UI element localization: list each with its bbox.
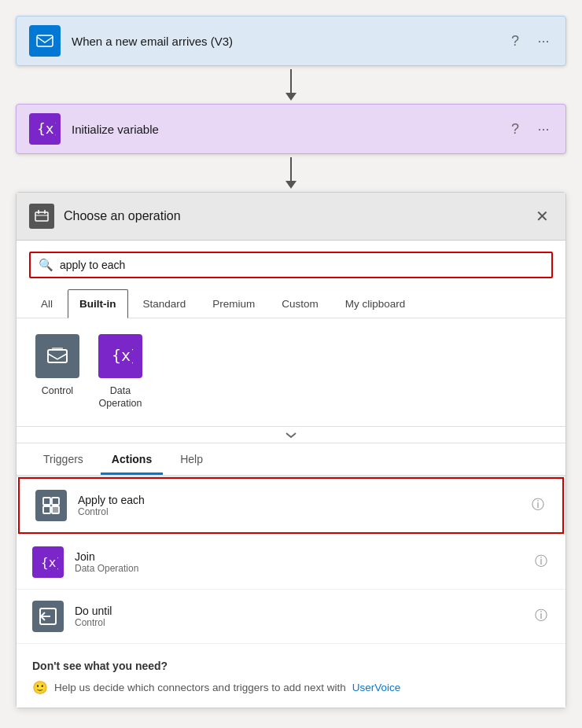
svg-text:{x}: {x} <box>41 555 58 570</box>
control-icon-box <box>35 334 79 378</box>
op-chooser-header: Choose an operation ✕ <box>17 193 565 241</box>
join-text: Join Data Operation <box>75 550 532 574</box>
arrow-head-2 <box>285 181 297 189</box>
data-op-label: DataOperation <box>99 384 142 410</box>
apply-to-each-text: Apply to each Control <box>78 494 529 517</box>
join-info-icon[interactable]: ⓘ <box>532 553 550 571</box>
email-step-title: When a new email arrives (V3) <box>72 35 506 48</box>
smiley-icon: 🙂 <box>32 680 48 695</box>
search-icon: 🔍 <box>39 258 53 272</box>
apply-to-each-sub: Control <box>78 506 529 517</box>
action-list: Apply to each Control ⓘ {x} Join Data Op… <box>17 477 565 644</box>
svg-rect-10 <box>52 498 59 505</box>
operation-chooser: Choose an operation ✕ 🔍 All Built-in Sta… <box>16 192 566 708</box>
variable-more-icon[interactable]: ··· <box>534 119 553 138</box>
svg-rect-2 <box>35 212 48 221</box>
sub-tab-actions[interactable]: Actions <box>101 443 163 475</box>
arrow-head-1 <box>285 93 297 101</box>
action-item-do-until[interactable]: Do until Control ⓘ <box>17 590 565 644</box>
svg-rect-7 <box>52 347 63 351</box>
op-close-button[interactable]: ✕ <box>531 205 553 227</box>
variable-step-actions: ? ··· <box>506 119 553 138</box>
svg-rect-12 <box>52 506 59 513</box>
arrow-connector-2 <box>285 154 297 192</box>
svg-text:{x}: {x} <box>37 120 56 137</box>
join-icon: {x} <box>32 546 64 578</box>
email-help-icon[interactable]: ? <box>506 31 525 50</box>
svg-rect-11 <box>43 506 50 513</box>
svg-rect-9 <box>43 498 50 505</box>
data-op-icon-box: {x} <box>98 334 142 378</box>
email-step-actions: ? ··· <box>506 31 553 50</box>
control-label: Control <box>42 384 73 397</box>
do-until-text: Do until Control <box>75 605 532 628</box>
help-text: Help us decide which connectors and trig… <box>54 682 346 693</box>
tab-builtin[interactable]: Built-in <box>68 289 128 318</box>
search-container: 🔍 <box>17 241 565 289</box>
do-until-sub: Control <box>75 617 532 628</box>
apply-to-each-info-icon[interactable]: ⓘ <box>529 497 547 514</box>
do-until-icon <box>32 601 64 632</box>
email-step-card: When a new email arrives (V3) ? ··· <box>16 16 566 66</box>
join-sub: Data Operation <box>75 563 532 574</box>
apply-to-each-icon <box>35 490 67 521</box>
email-step-icon <box>29 25 61 57</box>
tab-standard[interactable]: Standard <box>131 289 198 318</box>
category-control[interactable]: Control <box>35 334 79 410</box>
search-input[interactable] <box>60 259 543 271</box>
sub-tab-help[interactable]: Help <box>169 443 214 475</box>
svg-rect-6 <box>48 350 67 362</box>
categories-area: Control {x} DataOperation <box>17 318 565 427</box>
collapse-toggle[interactable] <box>17 427 565 443</box>
arrow-connector-1 <box>285 66 297 104</box>
email-more-icon[interactable]: ··· <box>534 31 553 50</box>
apply-to-each-name: Apply to each <box>78 494 529 506</box>
join-name: Join <box>75 550 532 563</box>
tab-clipboard[interactable]: My clipboard <box>333 289 418 318</box>
tabs-row: All Built-in Standard Premium Custom My … <box>17 289 565 318</box>
canvas: When a new email arrives (V3) ? ··· {x} … <box>0 0 582 728</box>
sub-tab-triggers[interactable]: Triggers <box>32 443 94 475</box>
variable-step-title: Initialize variable <box>72 123 506 136</box>
action-item-join[interactable]: {x} Join Data Operation ⓘ <box>17 535 565 590</box>
sub-tabs-row: Triggers Actions Help <box>17 443 565 476</box>
action-item-apply-to-each[interactable]: Apply to each Control ⓘ <box>18 477 564 534</box>
help-row: 🙂 Help us decide which connectors and tr… <box>32 680 550 695</box>
svg-rect-0 <box>37 35 53 46</box>
tab-premium[interactable]: Premium <box>201 289 267 318</box>
bottom-section: Don't see what you need? 🙂 Help us decid… <box>17 644 565 708</box>
tab-custom[interactable]: Custom <box>270 289 330 318</box>
svg-text:{x}: {x} <box>112 346 133 365</box>
dont-see-text: Don't see what you need? <box>32 660 550 672</box>
variable-step-card: {x} Initialize variable ? ··· <box>16 104 566 154</box>
uservoice-link[interactable]: UserVoice <box>352 682 401 693</box>
variable-help-icon[interactable]: ? <box>506 119 525 138</box>
do-until-name: Do until <box>75 605 532 617</box>
do-until-info-icon[interactable]: ⓘ <box>532 608 550 625</box>
search-box: 🔍 <box>29 252 553 278</box>
variable-step-icon: {x} <box>29 113 61 145</box>
arrow-line-1 <box>290 69 292 93</box>
arrow-line-2 <box>290 157 292 181</box>
op-header-title: Choose an operation <box>64 209 531 223</box>
category-data-operation[interactable]: {x} DataOperation <box>98 334 142 410</box>
op-header-icon <box>29 204 54 229</box>
tab-all[interactable]: All <box>29 289 64 318</box>
